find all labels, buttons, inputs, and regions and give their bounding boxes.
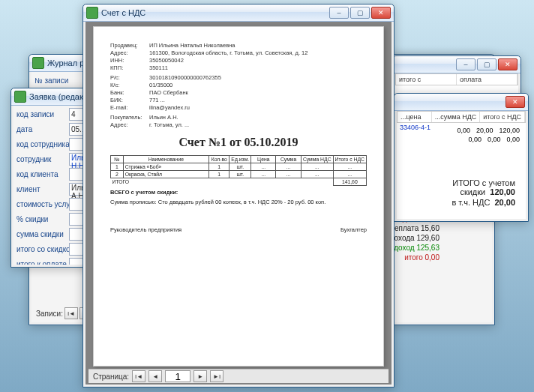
invoice-body: Продавец:ИП Ильина Наталья Николаевна Ад…	[86, 22, 392, 385]
minimize-button[interactable]: –	[329, 7, 349, 19]
invoice-page: Продавец:ИП Ильина Наталья Николаевна Ад…	[93, 26, 384, 367]
items-table: № Наименование Кол-во Ед.изм. Цена Сумма…	[110, 155, 367, 186]
total-row: ИТОГО141,60	[111, 178, 367, 186]
signature-row: Руководитель предприятия Бухгалтер	[110, 226, 367, 233]
detail-values-1: 0,00 20,00 120,00	[454, 126, 523, 135]
k: Р/с:	[110, 74, 149, 81]
totals-header-1: итого с оплата	[395, 73, 518, 85]
invoice-titlebar[interactable]: Счет с НДС – ▢ ✕	[83, 4, 394, 22]
journal-rec-label: № записи	[34, 76, 87, 85]
k: E-mail:	[110, 104, 149, 111]
k: К/с:	[110, 82, 149, 88]
detail-titlebar[interactable]: ✕	[394, 94, 528, 111]
col-header: оплата	[457, 74, 518, 85]
buyer-block: Покупатель:Ильин А.Н. Адрес:г. Тотьма, у…	[110, 114, 367, 128]
empname-label: сотрудник	[16, 155, 69, 163]
invoice-heading: Счет №1 от 05.10.2019	[110, 136, 367, 149]
maximize-button[interactable]: ▢	[477, 58, 496, 70]
v: Ильин А.Н.	[149, 114, 367, 121]
k: Покупатель:	[110, 114, 149, 121]
k: КПП:	[110, 64, 149, 71]
sum-title: ВСЕГО с учетом скидки:	[110, 189, 367, 196]
app-icon	[86, 7, 98, 19]
close-button[interactable]: ✕	[371, 7, 391, 19]
close-button[interactable]: ✕	[506, 96, 525, 108]
detail-window: ✕ ...цена ...сумма НДС итого с НДС 33406…	[394, 93, 529, 222]
item-row: 1Стрижка «Боб»1шт.............	[111, 163, 367, 171]
col-header: итого с НДС	[480, 112, 525, 122]
v: ПАО Сбербанк	[149, 89, 367, 96]
v: 35050050042	[149, 57, 367, 64]
vat-label: в т.ч. НДС	[452, 198, 490, 207]
sum-text: Сумма прописью: Сто двадцать рублей 00 к…	[110, 199, 367, 205]
items-header: № Наименование Кол-во Ед.изм. Цена Сумма…	[111, 156, 367, 163]
app-icon	[32, 57, 44, 69]
nav-label: Записи:	[36, 310, 63, 318]
v: г. Тотьма, ул. ...	[149, 121, 367, 128]
v: 30101810900000000762355	[149, 74, 367, 81]
v: 350111	[149, 64, 367, 71]
detail-totals: ИТОГО с учетом скидки 120,00 в т.ч. НДС …	[397, 177, 515, 208]
invoice-window-title: Счет с НДС	[101, 8, 329, 17]
col-header: ...сумма НДС	[432, 112, 480, 122]
clientname-label: клиент	[16, 185, 69, 193]
v: 771 ...	[149, 97, 367, 103]
app-icon	[14, 91, 26, 103]
detail-header: ...цена ...сумма НДС итого с НДС	[397, 111, 526, 123]
sign-left: Руководитель предприятия	[110, 226, 182, 233]
maximize-button[interactable]: ▢	[350, 7, 370, 19]
disc-label: % скидки	[16, 215, 69, 223]
total-value: 120,00	[490, 187, 515, 196]
k: Банк:	[110, 89, 149, 96]
k: Продавец:	[110, 42, 149, 49]
v: 01/35000	[149, 82, 367, 88]
itog-label: итого со скидкой	[16, 245, 69, 253]
col-header: итого с	[396, 74, 457, 85]
sign-right: Бухгалтер	[340, 226, 367, 233]
page-navigator: Страница: I◄ ◄ ► ►I	[88, 369, 388, 383]
page-label: Страница:	[93, 373, 129, 381]
client-label: код клиента	[16, 170, 69, 178]
supplier-block: Продавец:ИП Ильина Наталья Николаевна Ад…	[110, 42, 367, 71]
row-link[interactable]: 33406-4-1	[397, 123, 434, 132]
k: Адрес:	[110, 49, 149, 56]
paid-label: итого к оплате	[16, 260, 69, 265]
k: ИНН:	[110, 57, 149, 64]
v: ИП Ильина Наталья Николаевна	[149, 42, 367, 49]
date-label: дата	[16, 125, 69, 133]
page-last-button[interactable]: ►I	[210, 370, 224, 382]
k: Адрес:	[110, 121, 149, 128]
v: 161300, Вологодская область, г. Тотьма, …	[149, 49, 367, 56]
invoice-window: Счет с НДС – ▢ ✕ Продавец:ИП Ильина Ната…	[82, 4, 394, 388]
page-first-button[interactable]: I◄	[132, 370, 146, 382]
code-label: код записи	[16, 110, 69, 118]
discsum-label: сумма скидки	[16, 230, 69, 238]
totals-titlebar[interactable]: – ▢ ✕	[393, 56, 520, 73]
detail-values-2: 0,00 0,00 0,00	[465, 135, 523, 144]
minimize-button[interactable]: –	[456, 58, 476, 70]
bank-block: Р/с:30101810900000000762355 К/с:01/35000…	[110, 74, 367, 111]
k: БИК:	[110, 97, 149, 103]
close-button[interactable]: ✕	[498, 58, 518, 70]
cost-label: стоимость услуг	[16, 200, 69, 208]
col-header: ...цена	[398, 112, 432, 122]
page-prev-button[interactable]: ◄	[148, 370, 162, 382]
nav-first-button[interactable]: I◄	[64, 307, 78, 319]
detail-body: ...цена ...сумма НДС итого с НДС 33406-4…	[397, 111, 526, 219]
item-row: 2Окраска, Стайл1шт.............	[111, 171, 367, 178]
vat-value: 20,00	[494, 198, 515, 207]
page-input[interactable]	[165, 370, 190, 382]
v: ilina@yandex.ru	[149, 104, 367, 111]
emp-label: код сотрудника	[16, 140, 69, 148]
page-next-button[interactable]: ►	[194, 370, 207, 382]
